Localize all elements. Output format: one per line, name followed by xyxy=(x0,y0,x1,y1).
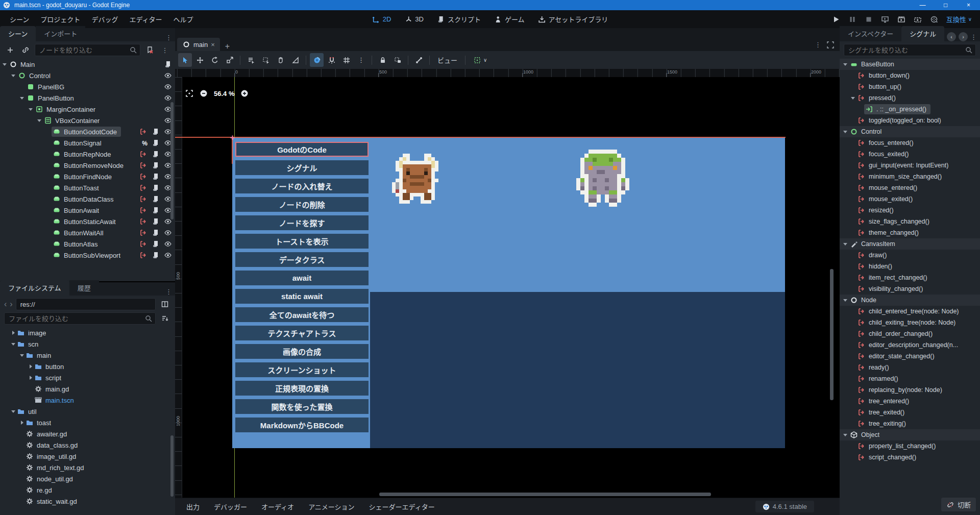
bottom-panel-出力[interactable]: 出力 xyxy=(180,499,206,514)
fs-entry-toast[interactable]: toast xyxy=(0,417,175,428)
chevron-open-icon[interactable] xyxy=(850,95,855,101)
scene-node-ButtonAtlas[interactable]: ButtonAtlas xyxy=(0,238,175,250)
signal-row[interactable]: draw() xyxy=(840,250,980,261)
scene-tree-scrollbar[interactable] xyxy=(170,102,174,219)
fs-path-input[interactable] xyxy=(16,298,156,310)
scene-node-ButtonSubViewport[interactable]: ButtonSubViewport xyxy=(0,250,175,261)
pan-tool-icon[interactable] xyxy=(274,53,287,67)
script-badge-icon[interactable] xyxy=(152,139,160,147)
signal-row[interactable]: item_rect_changed() xyxy=(840,272,980,283)
chevron-closed-icon[interactable] xyxy=(28,375,33,380)
menu-project[interactable]: プロジェクト xyxy=(35,12,86,26)
script-badge-icon[interactable] xyxy=(152,150,160,158)
rotate-tool-icon[interactable] xyxy=(208,53,222,67)
fs-entry-scn[interactable]: scn xyxy=(0,338,175,350)
scene-node-MarginContainer[interactable]: MarginContainer xyxy=(0,104,175,115)
script-badge-icon[interactable] xyxy=(152,240,160,248)
renderer-dropdown[interactable]: 互換性∨ xyxy=(943,13,975,26)
scene-tab-list-icon[interactable]: ⋮ xyxy=(815,41,821,49)
scene-node-Control[interactable]: Control xyxy=(0,70,175,81)
fs-entry-main.gd[interactable]: main.gd xyxy=(0,383,175,395)
tab-signal-dock-menu-icon[interactable]: ⋮ xyxy=(970,33,977,41)
signal-badge-icon[interactable] xyxy=(139,128,148,136)
signal-row[interactable]: CanvasItem xyxy=(840,238,980,250)
signal-row[interactable]: toggled(toggled_on: bool) xyxy=(840,115,980,126)
zoom-out-button[interactable] xyxy=(200,89,208,97)
region-select-tool-icon[interactable] xyxy=(259,53,273,67)
signal-badge-icon[interactable] xyxy=(139,217,148,226)
stop-button[interactable] xyxy=(862,13,876,26)
script-badge-icon[interactable] xyxy=(152,251,160,259)
canvas-button-テクスチャアトラス[interactable]: テクスチャアトラス xyxy=(235,326,369,340)
scene-dock-menu-button[interactable]: ⋮ xyxy=(159,44,171,56)
chevron-open-icon[interactable] xyxy=(37,118,42,123)
signal-row[interactable]: size_flags_changed() xyxy=(840,216,980,227)
fs-entry-re.gd[interactable]: re.gd xyxy=(0,484,175,496)
file-sort-icon[interactable] xyxy=(159,312,171,325)
canvas-button-画像の合成[interactable]: 画像の合成 xyxy=(235,344,369,359)
chevron-open-icon[interactable] xyxy=(11,409,16,414)
inspector-back-icon[interactable]: ‹ xyxy=(947,32,956,41)
fs-entry-awaiter.gd[interactable]: awaiter.gd xyxy=(0,428,175,439)
signal-row[interactable]: BaseButton xyxy=(840,59,980,70)
bottom-panel-シェーダーエディター[interactable]: シェーダーエディター xyxy=(363,499,441,514)
signal-row[interactable]: visibility_changed() xyxy=(840,283,980,295)
percent-badge-icon[interactable]: % xyxy=(142,139,148,147)
new-scene-tab-button[interactable]: + xyxy=(220,42,235,51)
skeleton-options-icon[interactable] xyxy=(412,53,426,67)
bottom-panel-オーディオ[interactable]: オーディオ xyxy=(255,499,300,514)
signal-row[interactable]: pressed() xyxy=(840,92,980,104)
scene-node-ButtonRemoveNode[interactable]: ButtonRemoveNode xyxy=(0,160,175,171)
script-badge-icon[interactable] xyxy=(152,206,160,214)
movie-maker-button[interactable] xyxy=(927,13,941,26)
fs-forward-icon[interactable]: › xyxy=(10,300,12,309)
snap-menu-icon[interactable]: ⋮ xyxy=(354,53,368,67)
play-custom-scene-button[interactable] xyxy=(911,13,925,26)
inspector-forward-icon[interactable]: › xyxy=(959,32,968,41)
signal-row[interactable]: child_exiting_tree(node: Node) xyxy=(840,317,980,328)
signal-row[interactable]: focus_entered() xyxy=(840,137,980,149)
signal-row[interactable]: mouse_exited() xyxy=(840,193,980,205)
file-filter-input[interactable] xyxy=(4,312,156,325)
ruler-tool-icon[interactable] xyxy=(288,53,302,67)
signal-row[interactable]: . :: _on_pressed() xyxy=(840,104,980,115)
eye-badge-icon[interactable] xyxy=(164,240,172,248)
workspace-2d[interactable]: 2D xyxy=(367,13,397,26)
grid-visibility-dropdown[interactable]: ∨ xyxy=(469,54,491,66)
chevron-open-icon[interactable] xyxy=(843,129,848,134)
signal-badge-icon[interactable] xyxy=(139,173,148,181)
menu-scene[interactable]: シーン xyxy=(4,12,35,26)
canvas-button-データクラス[interactable]: データクラス xyxy=(235,252,369,267)
signal-row[interactable]: hidden() xyxy=(840,261,980,272)
signal-badge-icon[interactable] xyxy=(139,195,148,203)
signal-row[interactable]: tree_entered() xyxy=(840,396,980,407)
tab-signal-dock-インスペクター[interactable]: インスペクター xyxy=(840,26,901,41)
signal-filter-input[interactable] xyxy=(844,44,976,56)
canvas-button-static await[interactable]: static await xyxy=(235,289,369,304)
tab-scene-dock-シーン[interactable]: シーン xyxy=(0,26,36,41)
moss-golem-sprite[interactable] xyxy=(576,150,629,207)
signal-row[interactable]: child_entered_tree(node: Node) xyxy=(840,306,980,317)
signal-row[interactable]: replacing_by(node: Node) xyxy=(840,384,980,396)
disconnect-button[interactable]: 切断 xyxy=(941,498,976,511)
script-badge-icon[interactable] xyxy=(152,195,160,203)
panel-button-rect[interactable] xyxy=(370,292,785,448)
fs-entry-script[interactable]: script xyxy=(0,372,175,383)
tab-fs-dock-履歴[interactable]: 履歴 xyxy=(69,280,99,296)
scene-node-ButtonFindNode[interactable]: ButtonFindNode xyxy=(0,171,175,182)
signal-row[interactable]: editor_description_changed(n... xyxy=(840,339,980,351)
close-button[interactable]: × xyxy=(957,0,980,10)
pause-button[interactable] xyxy=(845,13,860,26)
signal-row[interactable]: property_list_changed() xyxy=(840,440,980,452)
scale-tool-icon[interactable] xyxy=(223,53,236,67)
canvas-button-await[interactable]: await xyxy=(235,271,369,285)
signal-row[interactable]: ready() xyxy=(840,362,980,373)
chevron-open-icon[interactable] xyxy=(28,107,33,112)
fs-entry-main.tscn[interactable]: main.tscn xyxy=(0,395,175,406)
signal-row[interactable]: resized() xyxy=(840,205,980,216)
script-badge-icon[interactable] xyxy=(152,217,160,226)
maximize-button[interactable]: □ xyxy=(934,0,957,10)
signal-badge-icon[interactable] xyxy=(139,150,148,158)
canvas-button-トーストを表示[interactable]: トーストを表示 xyxy=(235,234,369,249)
2d-viewport[interactable]: 5001000 + GodotのCodeシグナルノードの入れ替えノードの削除ノー… xyxy=(175,77,840,498)
